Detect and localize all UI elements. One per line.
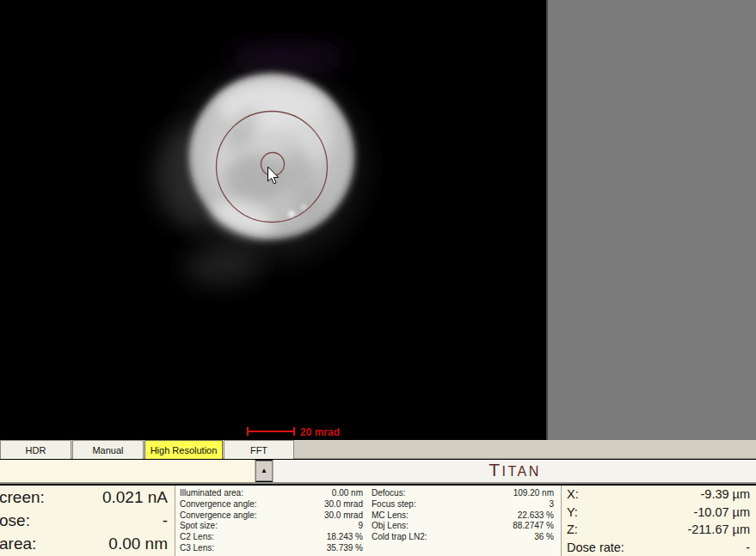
cold-trap-row: Cold trap LN2: 36 % [372, 532, 554, 543]
spot-size-value: 9 [358, 521, 363, 532]
instrument-title: TITAN [489, 459, 541, 483]
screen-current-label: creen: [0, 487, 45, 508]
convergence-angle-label-2: Convergence angle: [180, 510, 257, 522]
convergence-angle-row-2: Convergence angle: 30.0 mrad [180, 510, 363, 522]
dose-label: ose: [0, 510, 30, 531]
stage-x-row: X: -9.39 µm [567, 486, 750, 502]
view-tab-bar: HDR Manual High Resolution FFT [0, 440, 756, 459]
convergence-angle-value-1: 30.0 mrad [324, 499, 363, 510]
tab-high-resolution-label: High Resolution [151, 445, 218, 455]
beam-grain [189, 74, 354, 239]
cold-trap-label: Cold trap LN2: [372, 532, 427, 543]
area-value: 0.00 nm [108, 534, 168, 554]
area-row: area: 0.00 nm [1, 534, 168, 554]
status-panels: creen: 0.021 nA ose: - area: 0.00 nm Ill… [0, 486, 756, 556]
stage-x-value: -9.39 µm [700, 486, 750, 502]
empty-cream-area [0, 460, 255, 482]
illuminated-area-value: 0.00 nm [332, 488, 363, 499]
defocus-row: Defocus: 109.20 nm [372, 488, 554, 499]
tab-fft[interactable]: FFT [224, 440, 294, 459]
spot-size-label: Spot size: [180, 521, 218, 532]
illuminated-area-row: Illuminated area: 0.00 nm [180, 488, 363, 499]
c2-lens-label: C2 Lens: [180, 532, 214, 543]
c2-lens-row: C2 Lens: 18.243 % [180, 532, 363, 543]
cold-trap-value: 36 % [534, 532, 554, 543]
obj-lens-label: Obj Lens: [372, 521, 409, 532]
convergence-angle-value-2: 30.0 mrad [324, 510, 363, 522]
beam-viewport[interactable]: 20 mrad [0, 0, 546, 440]
bottom-haze [184, 247, 260, 285]
microscope-app-window: 20 mrad HDR Manual High Resolution FFT ▲… [0, 0, 756, 556]
screen-current-row: creen: 0.021 nA [1, 487, 168, 508]
status-header-strip: ▲ TITAN [0, 460, 756, 484]
mc-lens-label: MC Lens: [372, 510, 409, 522]
tab-manual[interactable]: Manual [72, 440, 144, 459]
obj-lens-value: 88.2747 % [513, 521, 554, 532]
dose-rate-value: - [746, 540, 750, 555]
optics-column-1: Illuminated area: 0.00 nm Convergence an… [175, 488, 366, 556]
stage-y-row: Y: -10.07 µm [567, 504, 750, 520]
focus-step-label: Focus step: [372, 499, 416, 510]
beam-current-panel: creen: 0.021 nA ose: - area: 0.00 nm [0, 486, 175, 556]
dose-row: ose: - [1, 510, 168, 531]
stage-z-value: -211.67 µm [687, 522, 750, 537]
screen-current-value: 0.021 nA [102, 487, 168, 508]
illuminated-area-label: Illuminated area: [180, 488, 243, 499]
convergence-angle-row-1: Convergence angle: 30.0 mrad [180, 499, 363, 510]
mc-lens-row: MC Lens: 22.633 % [372, 510, 554, 522]
defocus-value: 109.20 nm [513, 488, 554, 499]
dose-rate-label: Dose rate: [567, 540, 624, 555]
c3-lens-row: C3 Lens: 35.739 % [180, 543, 363, 554]
obj-lens-row: Obj Lens: 88.2747 % [372, 521, 554, 532]
c3-lens-value: 35.739 % [327, 543, 363, 554]
defocus-label: Defocus: [372, 488, 405, 499]
scroll-up-button[interactable]: ▲ [255, 461, 273, 481]
tab-hdr-label: HDR [26, 445, 46, 455]
area-label: area: [0, 534, 36, 554]
stage-y-label: Y: [567, 504, 578, 520]
side-panel-gray [546, 0, 756, 440]
top-purple-tint [228, 46, 348, 67]
stage-z-row: Z: -211.67 µm [567, 522, 750, 537]
dose-value: - [163, 510, 168, 531]
tab-fft-label: FFT [250, 445, 267, 455]
tab-hdr[interactable]: HDR [0, 440, 71, 459]
stage-position-panel: X: -9.39 µm Y: -10.07 µm Z: -211.67 µm D… [561, 486, 756, 556]
tab-manual-label: Manual [92, 445, 123, 455]
spot-size-row: Spot size: 9 [180, 521, 363, 532]
stage-z-label: Z: [567, 522, 578, 537]
mc-lens-value: 22.633 % [518, 510, 554, 522]
stage-y-value: -10.07 µm [693, 504, 750, 520]
scale-bar-label: 20 mrad [300, 426, 340, 438]
instrument-title-bar: TITAN [273, 460, 756, 482]
c3-lens-label: C3 Lens: [180, 543, 214, 554]
optics-column-2: Defocus: 109.20 nm Focus step: 3 MC Lens… [366, 488, 557, 556]
tab-high-resolution[interactable]: High Resolution [144, 440, 223, 459]
focus-step-row: Focus step: 3 [372, 499, 554, 510]
focus-step-value: 3 [549, 499, 554, 510]
scale-bar: 20 mrad [248, 426, 340, 438]
beam-image: 20 mrad [0, 0, 546, 440]
dose-rate-row: Dose rate: - [567, 540, 750, 555]
convergence-angle-label-1: Convergence angle: [180, 499, 257, 510]
optics-panel: Illuminated area: 0.00 nm Convergence an… [175, 486, 561, 556]
stage-x-label: X: [567, 486, 579, 502]
up-arrow-icon: ▲ [261, 467, 267, 474]
c2-lens-value: 18.243 % [327, 532, 363, 543]
